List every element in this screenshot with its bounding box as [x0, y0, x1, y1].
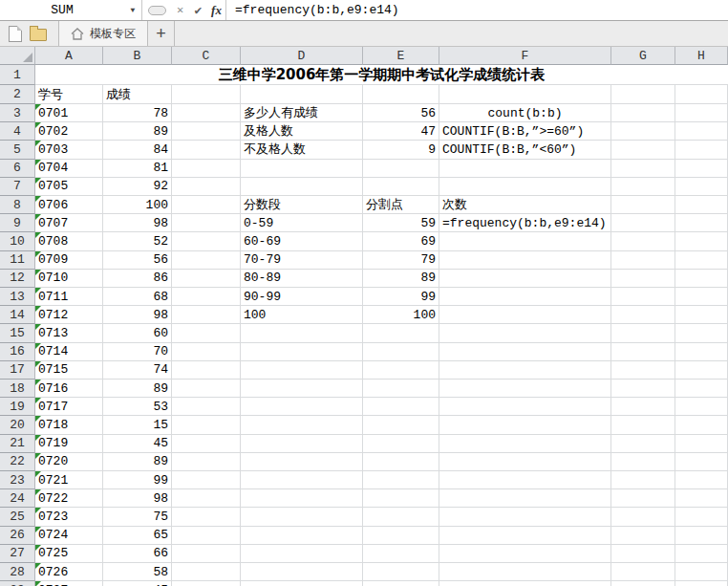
- cell-D11[interactable]: 70-79: [241, 251, 363, 270]
- cell-A28[interactable]: 0726: [35, 563, 103, 581]
- cell-C25[interactable]: [172, 508, 241, 526]
- cell-F26[interactable]: [439, 527, 611, 545]
- cell-G7[interactable]: [611, 178, 675, 196]
- cell-E12[interactable]: 89: [363, 270, 439, 288]
- cell-B23[interactable]: 99: [103, 471, 172, 489]
- cell-H13[interactable]: [675, 288, 728, 306]
- cell-D12[interactable]: 80-89: [241, 270, 363, 288]
- cell-C26[interactable]: [172, 527, 241, 545]
- cell-D26[interactable]: [241, 527, 363, 545]
- cell-B24[interactable]: 98: [103, 489, 172, 508]
- cell-E20[interactable]: [363, 416, 439, 434]
- cell-F5[interactable]: COUNTIF(B:B,”<60”): [439, 141, 611, 159]
- cell-H27[interactable]: [675, 545, 728, 563]
- name-box[interactable]: SUM: [0, 0, 124, 20]
- cell-G10[interactable]: [611, 232, 675, 250]
- cell-A19[interactable]: 0717: [35, 398, 103, 416]
- row-header-27[interactable]: 27: [0, 545, 35, 563]
- cell-F16[interactable]: [439, 343, 611, 361]
- cell-A24[interactable]: 0722: [35, 489, 103, 508]
- cell-G16[interactable]: [611, 343, 675, 361]
- cell-F29[interactable]: [439, 581, 611, 586]
- cell-E9[interactable]: 59: [363, 214, 439, 232]
- cell-H19[interactable]: [675, 398, 728, 416]
- column-header-G[interactable]: G: [611, 47, 675, 65]
- cell-A7[interactable]: 0705: [35, 178, 103, 196]
- cell-B16[interactable]: 70: [103, 343, 172, 361]
- confirm-icon[interactable]: ✔: [189, 0, 207, 20]
- cell-D6[interactable]: [241, 160, 363, 178]
- row-header-25[interactable]: 25: [0, 508, 35, 526]
- row-header-1[interactable]: 1: [0, 65, 35, 85]
- cell-H20[interactable]: [675, 416, 728, 434]
- cell-B12[interactable]: 86: [103, 270, 172, 288]
- cell-F7[interactable]: [439, 178, 611, 196]
- cell-G20[interactable]: [611, 416, 675, 434]
- cell-A5[interactable]: 0703: [35, 141, 103, 159]
- row-header-3[interactable]: 3: [0, 104, 35, 122]
- cell-E10[interactable]: 69: [363, 232, 439, 250]
- cell-G2[interactable]: [611, 85, 675, 104]
- cell-F10[interactable]: [439, 232, 611, 250]
- cell-A14[interactable]: 0712: [35, 306, 103, 324]
- cell-B27[interactable]: 66: [103, 545, 172, 563]
- cell-H28[interactable]: [675, 563, 728, 581]
- cell-G25[interactable]: [611, 508, 675, 526]
- cell-H6[interactable]: [675, 160, 728, 178]
- cell-H18[interactable]: [675, 380, 728, 398]
- cell-B9[interactable]: 98: [103, 214, 172, 232]
- cell-F3[interactable]: count(b:b): [439, 104, 611, 122]
- row-header-2[interactable]: 2: [0, 85, 35, 104]
- cell-H2[interactable]: [675, 85, 728, 104]
- cell-E21[interactable]: [363, 435, 439, 453]
- cell-A11[interactable]: 0709: [35, 251, 103, 270]
- cell-B5[interactable]: 84: [103, 141, 172, 159]
- row-header-11[interactable]: 11: [0, 251, 35, 270]
- cell-C5[interactable]: [172, 141, 241, 159]
- cell-D25[interactable]: [241, 508, 363, 526]
- cell-E18[interactable]: [363, 380, 439, 398]
- cell-E24[interactable]: [363, 489, 439, 508]
- cell-D16[interactable]: [241, 343, 363, 361]
- row-header-21[interactable]: 21: [0, 435, 35, 453]
- cell-A15[interactable]: 0713: [35, 324, 103, 342]
- cell-E23[interactable]: [363, 471, 439, 489]
- cell-D8[interactable]: 分数段: [241, 196, 363, 214]
- cell-E7[interactable]: [363, 178, 439, 196]
- cell-E3[interactable]: 56: [363, 104, 439, 122]
- row-header-15[interactable]: 15: [0, 324, 35, 342]
- cell-G21[interactable]: [611, 435, 675, 453]
- cell-F14[interactable]: [439, 306, 611, 324]
- cell-B3[interactable]: 78: [103, 104, 172, 122]
- cell-E19[interactable]: [363, 398, 439, 416]
- cell-E15[interactable]: [363, 324, 439, 342]
- cell-B22[interactable]: 89: [103, 453, 172, 471]
- cell-H15[interactable]: [675, 324, 728, 342]
- cell-A6[interactable]: 0704: [35, 160, 103, 178]
- cell-C19[interactable]: [172, 398, 241, 416]
- row-header-17[interactable]: 17: [0, 361, 35, 380]
- row-header-10[interactable]: 10: [0, 232, 35, 250]
- cell-C9[interactable]: [172, 214, 241, 232]
- cell-B13[interactable]: 68: [103, 288, 172, 306]
- cell-A3[interactable]: 0701: [35, 104, 103, 122]
- cell-C11[interactable]: [172, 251, 241, 270]
- cell-G5[interactable]: [611, 141, 675, 159]
- open-folder-button[interactable]: [27, 23, 50, 44]
- cell-F17[interactable]: [439, 361, 611, 380]
- cell-G9[interactable]: [611, 214, 675, 232]
- cell-B4[interactable]: 89: [103, 122, 172, 141]
- cell-G13[interactable]: [611, 288, 675, 306]
- cell-G11[interactable]: [611, 251, 675, 270]
- cell-B15[interactable]: 60: [103, 324, 172, 342]
- row-header-12[interactable]: 12: [0, 270, 35, 288]
- cell-B8[interactable]: 100: [103, 196, 172, 214]
- cell-G26[interactable]: [611, 527, 675, 545]
- row-header-16[interactable]: 16: [0, 343, 35, 361]
- cell-E4[interactable]: 47: [363, 122, 439, 141]
- cell-F28[interactable]: [439, 563, 611, 581]
- row-header-4[interactable]: 4: [0, 122, 35, 141]
- cell-E27[interactable]: [363, 545, 439, 563]
- cell-G3[interactable]: [611, 104, 675, 122]
- row-header-22[interactable]: 22: [0, 453, 35, 471]
